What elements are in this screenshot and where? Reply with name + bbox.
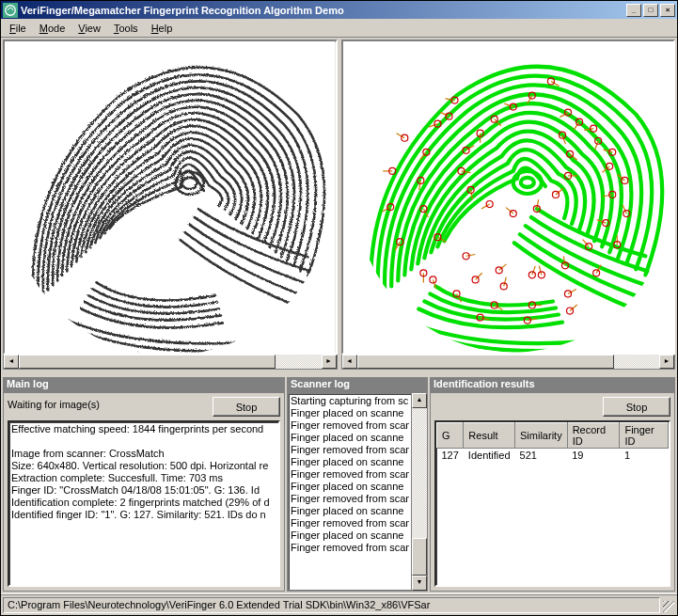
scroll-track[interactable]: [19, 355, 322, 369]
bottom-panels: Main log Waiting for image(s) Stop Effec…: [3, 377, 675, 592]
log-line: Effective matching speed: 1844 fingerpri…: [11, 423, 276, 435]
svg-point-0: [6, 5, 16, 15]
scroll-thumb[interactable]: [357, 355, 614, 369]
left-scrollbar[interactable]: ◄ ►: [3, 355, 338, 370]
column-header[interactable]: Record ID: [567, 423, 620, 449]
log-line: Identified finger ID: "1". G: 127. Simil…: [11, 509, 276, 521]
table-row[interactable]: 127Identified521191: [437, 449, 669, 463]
right-scrollbar[interactable]: ◄ ►: [341, 355, 676, 370]
results-title: Identification results: [430, 377, 675, 392]
right-pane: ◄ ►: [341, 39, 676, 370]
scroll-right-button[interactable]: ►: [659, 355, 674, 369]
scroll-left-button[interactable]: ◄: [342, 355, 357, 369]
column-header[interactable]: G: [437, 423, 464, 449]
log-line: Size: 640x480. Vertical resolution: 500 …: [11, 460, 276, 472]
scanner-log-title: Scanner log: [287, 377, 428, 392]
main-log-status: Waiting for image(s): [8, 397, 207, 410]
log-line: Finger placed on scanne: [291, 456, 409, 468]
horizontal-splitter[interactable]: [3, 371, 675, 375]
log-line: Finger removed from scan: [291, 517, 409, 529]
log-line: Finger placed on scanne: [291, 407, 409, 419]
menu-file[interactable]: File: [3, 21, 33, 36]
app-window: VeriFinger/Megamatcher Fingerprint Recog…: [0, 0, 678, 616]
main-log-list[interactable]: Effective matching speed: 1844 fingerpri…: [8, 420, 280, 587]
left-pane: ◄ ►: [3, 39, 338, 370]
scanner-log-list[interactable]: Starting capturing from scFinger placed …: [288, 393, 412, 591]
log-line: Finger placed on scanne: [291, 481, 409, 493]
main-log-title: Main log: [3, 377, 285, 392]
log-line: Finger placed on scanne: [291, 432, 409, 444]
scroll-up-button[interactable]: ▲: [412, 393, 427, 408]
content-area: ◄ ►: [1, 38, 677, 593]
window-title: VeriFinger/Megamatcher Fingerprint Recog…: [21, 5, 626, 16]
log-line: Finger removed from scan: [291, 444, 409, 456]
column-header[interactable]: Similarity: [515, 423, 568, 449]
image-panes: ◄ ►: [3, 39, 675, 370]
results-panel: Identification results Stop GResultSimil…: [430, 377, 675, 592]
processed-fingerprint-viewer[interactable]: [341, 39, 676, 355]
menu-help[interactable]: Help: [145, 21, 180, 36]
app-icon: [3, 3, 18, 18]
log-line: Finger placed on scanne: [291, 529, 409, 542]
log-line: Image from scanner: CrossMatch: [11, 448, 276, 460]
statusbar: C:\Program Files\Neurotechnology\VeriFin…: [1, 593, 677, 615]
maximize-button[interactable]: □: [643, 4, 658, 17]
log-line: Finger placed on scanne: [291, 505, 409, 517]
results-stop-button[interactable]: Stop: [603, 397, 670, 417]
main-log-panel: Main log Waiting for image(s) Stop Effec…: [3, 377, 285, 592]
titlebar[interactable]: VeriFinger/Megamatcher Fingerprint Recog…: [1, 1, 677, 19]
log-line: Finger removed from scan: [291, 493, 409, 505]
menu-view[interactable]: View: [71, 21, 107, 36]
scanner-log-panel: Scanner log Starting capturing from scFi…: [287, 377, 428, 592]
scroll-thumb[interactable]: [19, 355, 276, 369]
scroll-left-button[interactable]: ◄: [4, 355, 19, 369]
table-cell: 127: [437, 449, 464, 463]
menu-tools[interactable]: Tools: [107, 21, 145, 36]
results-table[interactable]: GResultSimilarityRecord IDFinger ID 127I…: [436, 422, 669, 462]
table-cell: 19: [567, 449, 620, 463]
statusbar-text: C:\Program Files\Neurotechnology\VeriFin…: [3, 597, 660, 613]
table-cell: Identified: [464, 449, 515, 463]
minimize-button[interactable]: _: [626, 4, 641, 17]
table-cell: 521: [515, 449, 568, 463]
table-cell: 1: [620, 449, 669, 463]
log-line: Extraction complete: Succesfull. Time: 7…: [11, 472, 276, 484]
raw-fingerprint-viewer[interactable]: [3, 39, 338, 355]
log-line: Starting capturing from sc: [291, 395, 409, 407]
menu-mode[interactable]: Mode: [33, 21, 72, 36]
main-log-stop-button[interactable]: Stop: [213, 397, 280, 417]
scroll-right-button[interactable]: ►: [322, 355, 337, 369]
close-button[interactable]: ×: [660, 4, 675, 17]
log-line: Finger removed from scan: [291, 542, 409, 554]
scanner-log-scrollbar[interactable]: ▲ ▼: [412, 393, 427, 591]
results-table-wrap: GResultSimilarityRecord IDFinger ID 127I…: [434, 420, 670, 587]
column-header[interactable]: Result: [464, 423, 515, 449]
log-line: [11, 435, 276, 448]
scroll-thumb[interactable]: [412, 538, 427, 576]
log-line: Finger removed from scan: [291, 419, 409, 432]
resize-grip[interactable]: [660, 597, 675, 613]
scroll-track[interactable]: [357, 355, 660, 369]
log-line: Finger removed from scan: [291, 468, 409, 481]
log-line: Finger ID: "CrossMatch 04/18/08 15:01:05…: [11, 484, 276, 497]
scroll-down-button[interactable]: ▼: [412, 576, 427, 591]
column-header[interactable]: Finger ID: [620, 423, 669, 449]
menubar: File Mode View Tools Help: [1, 19, 677, 38]
log-line: Identification complete: 2 fingerprints …: [11, 497, 276, 509]
